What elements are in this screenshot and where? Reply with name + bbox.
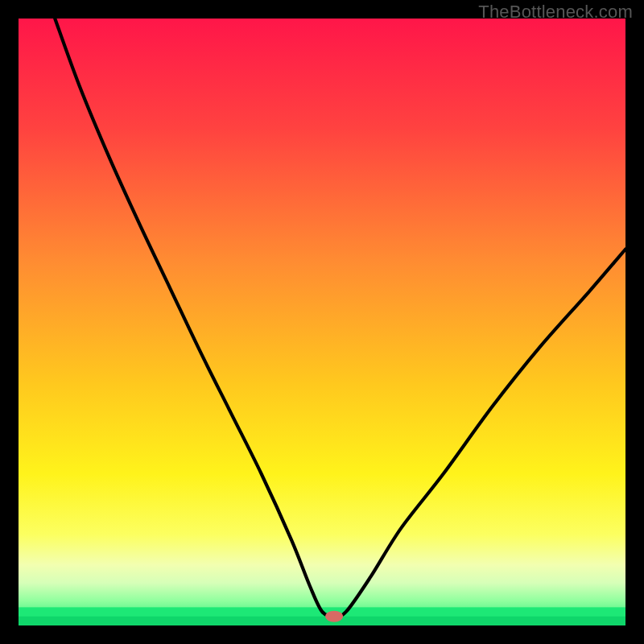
- gradient-background: [19, 19, 625, 625]
- green-band-inner: [19, 617, 625, 625]
- chart-frame: TheBottleneck.com: [0, 0, 644, 644]
- chart-svg: [19, 19, 625, 625]
- minimum-marker: [325, 611, 343, 622]
- chart-plot-area: [19, 19, 625, 625]
- watermark-text: TheBottleneck.com: [478, 2, 633, 23]
